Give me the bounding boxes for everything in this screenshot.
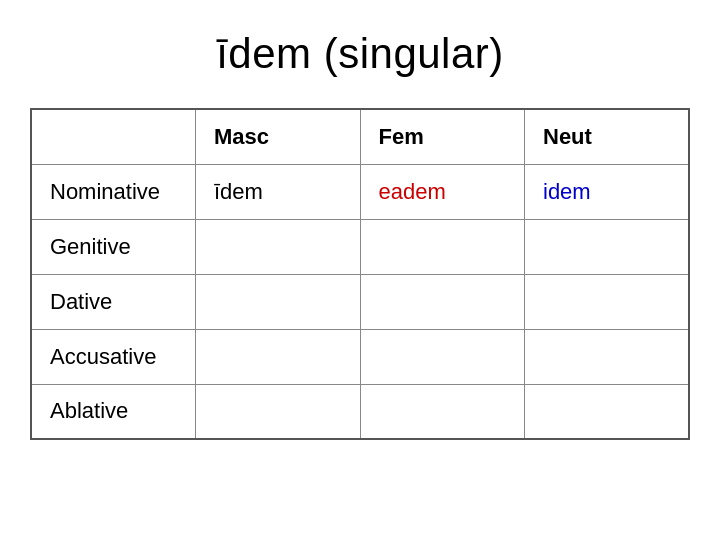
neut-cell (525, 274, 690, 329)
page-title: īdem (singular) (216, 30, 504, 78)
table-row: Genitive (31, 219, 689, 274)
masc-cell (196, 219, 361, 274)
table-row: Nominativeīdemeademidem (31, 164, 689, 219)
neut-cell: idem (525, 164, 690, 219)
table-row: Dative (31, 274, 689, 329)
fem-cell (360, 384, 525, 439)
header-corner (31, 109, 196, 164)
declension-table-container: Masc Fem Neut NominativeīdemeademidemGen… (30, 108, 690, 440)
fem-cell (360, 329, 525, 384)
masc-cell (196, 329, 361, 384)
header-neut: Neut (525, 109, 690, 164)
case-label-cell: Dative (31, 274, 196, 329)
case-label-cell: Ablative (31, 384, 196, 439)
neut-cell (525, 219, 690, 274)
case-label-cell: Accusative (31, 329, 196, 384)
table-header-row: Masc Fem Neut (31, 109, 689, 164)
fem-cell (360, 219, 525, 274)
case-label-cell: Nominative (31, 164, 196, 219)
header-masc: Masc (196, 109, 361, 164)
masc-cell (196, 384, 361, 439)
table-row: Ablative (31, 384, 689, 439)
masc-cell (196, 274, 361, 329)
neut-cell (525, 329, 690, 384)
masc-cell: īdem (196, 164, 361, 219)
declension-table: Masc Fem Neut NominativeīdemeademidemGen… (30, 108, 690, 440)
case-label-cell: Genitive (31, 219, 196, 274)
table-row: Accusative (31, 329, 689, 384)
neut-cell (525, 384, 690, 439)
fem-cell: eadem (360, 164, 525, 219)
header-fem: Fem (360, 109, 525, 164)
fem-cell (360, 274, 525, 329)
